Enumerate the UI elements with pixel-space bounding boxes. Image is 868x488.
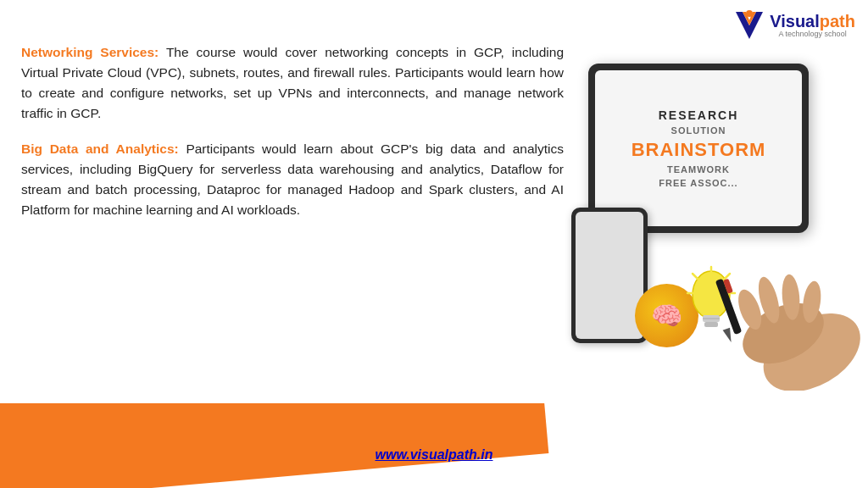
bigdata-section: Big Data and Analytics: Participants wou… bbox=[21, 139, 564, 220]
screen-line4: TEAMWORK bbox=[667, 164, 730, 175]
brainstorm-visual: RESEARCH SOLUTION BRAINSTORM TEAMWORK FR… bbox=[554, 38, 860, 394]
logo-tagline: A technology school bbox=[770, 30, 855, 39]
page-container: Visualpath A technology school RESEARCH … bbox=[0, 0, 868, 488]
website-link-container[interactable]: www.visualpath.in bbox=[0, 447, 868, 463]
logo-name-container: Visualpath A technology school bbox=[770, 12, 855, 39]
logo-visual-text: Visualpath bbox=[770, 12, 855, 30]
svg-point-2 bbox=[746, 10, 753, 17]
hand-with-pen bbox=[690, 238, 868, 394]
phone-screen bbox=[576, 212, 643, 339]
decorative-stripe bbox=[0, 403, 868, 488]
logo-icon bbox=[732, 8, 766, 42]
screen-line1: RESEARCH bbox=[659, 108, 739, 122]
bigdata-title: Big Data and Analytics: bbox=[21, 141, 179, 156]
svg-marker-19 bbox=[723, 328, 735, 344]
tablet-screen: RESEARCH SOLUTION BRAINSTORM TEAMWORK FR… bbox=[595, 70, 802, 226]
logo-visual: Visual bbox=[770, 12, 820, 30]
logo-path: path bbox=[820, 12, 855, 30]
screen-line2: SOLUTION bbox=[671, 125, 726, 136]
right-image-area: RESEARCH SOLUTION BRAINSTORM TEAMWORK FR… bbox=[546, 0, 868, 407]
logo-area: Visualpath A technology school bbox=[732, 8, 855, 42]
networking-title: Networking Services: bbox=[21, 45, 159, 59]
screen-line3: BRAINSTORM bbox=[632, 139, 766, 161]
website-link[interactable]: www.visualpath.in bbox=[376, 447, 493, 462]
networking-section: Networking Services: The course would co… bbox=[21, 42, 564, 124]
content-area: Networking Services: The course would co… bbox=[21, 42, 564, 236]
logo: Visualpath A technology school bbox=[732, 8, 855, 42]
screen-line5: FREE ASSOC... bbox=[659, 178, 737, 188]
